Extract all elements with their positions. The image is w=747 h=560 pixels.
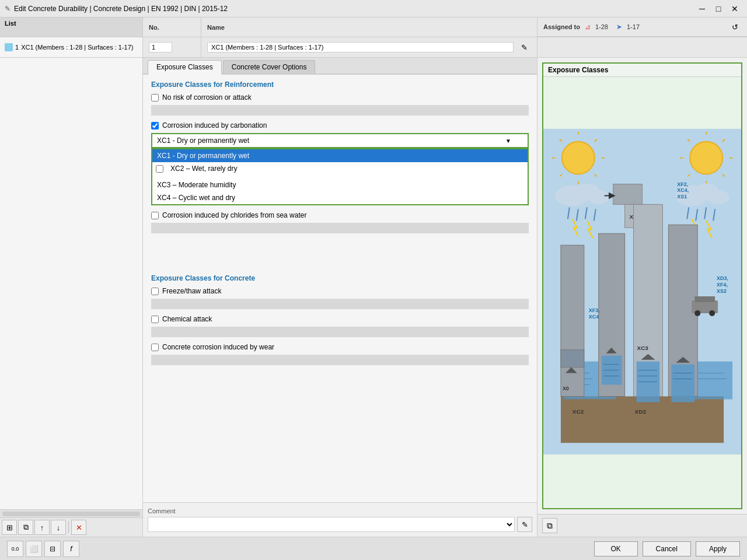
option-xc2[interactable]: XC2 – Wet, rarely dry	[166, 162, 528, 175]
box-button[interactable]: ⬜	[26, 541, 42, 557]
svg-text:XS1: XS1	[677, 194, 687, 200]
no-input[interactable]	[149, 42, 172, 52]
exposure-diagram: Exposure Classes	[542, 62, 742, 509]
diagram-title: Exposure Classes	[543, 64, 741, 77]
freeze-thaw-row: Freeze/thaw attack	[151, 287, 529, 295]
comment-section: Comment ✎	[143, 502, 537, 537]
comment-edit-button[interactable]: ✎	[517, 517, 532, 532]
svg-rect-63	[561, 350, 584, 368]
svg-point-89	[694, 310, 700, 316]
title-bar: ✎ Edit Concrete Durability | Concrete De…	[0, 0, 747, 18]
svg-point-12	[588, 191, 609, 205]
list-header: List	[0, 18, 143, 37]
right-content: Exposure Classes	[537, 58, 747, 514]
cancel-button[interactable]: Cancel	[643, 541, 691, 556]
no-risk-label: No risk of corrosion or attack	[162, 93, 252, 102]
minimize-button[interactable]: ─	[694, 1, 710, 16]
svg-text:XD2: XD2	[635, 408, 647, 415]
list-item[interactable]: 1 XC1 (Members : 1-28 | Surfaces : 1-17)	[0, 37, 143, 57]
no-risk-row: No risk of corrosion or attack	[151, 93, 529, 102]
chlorides-label: Corrosion induced by chlorides from sea …	[162, 211, 306, 219]
edit-name-button[interactable]: ✎	[517, 40, 531, 54]
svg-rect-62	[561, 245, 584, 396]
chlorides-checkbox[interactable]	[151, 212, 159, 219]
window-title: Edit Concrete Durability | Concrete Desi…	[14, 5, 694, 13]
ok-button[interactable]: OK	[594, 541, 638, 556]
svg-text:X0: X0	[563, 386, 569, 392]
option-xc1[interactable]: XC1 - Dry or permanently wet	[152, 149, 528, 162]
carbonation-label: Corrosion induced by carbonation	[162, 121, 267, 130]
spacer-1	[151, 239, 529, 274]
selected-option-text: XC1 - Dry or permanently wet	[157, 136, 249, 145]
chlorides-row: Corrosion induced by chlorides from sea …	[151, 211, 529, 219]
no-risk-checkbox[interactable]	[151, 94, 159, 102]
name-value-section: ✎	[201, 37, 537, 57]
copy-diagram-button[interactable]: ⧉	[542, 518, 557, 533]
close-button[interactable]: ✕	[727, 1, 742, 16]
svg-point-90	[709, 310, 715, 316]
comment-row: ✎	[148, 517, 532, 532]
svg-point-17	[690, 142, 722, 174]
option-xc4[interactable]: XC4 – Cyclic wet and dry	[152, 191, 528, 204]
assigned-surfaces: 1-17	[627, 23, 640, 30]
no-risk-bar	[151, 105, 529, 116]
move-down-button[interactable]: ↓	[51, 520, 66, 535]
svg-text:XC3: XC3	[637, 345, 649, 351]
apply-button[interactable]: Apply	[696, 541, 740, 556]
svg-text:XF3,: XF3,	[589, 307, 600, 313]
chemical-checkbox[interactable]	[151, 316, 159, 323]
svg-rect-54	[561, 396, 724, 443]
option-xc2-checkbox[interactable]	[156, 165, 163, 173]
no-section: No.	[143, 18, 201, 37]
delete-item-button[interactable]: ✕	[71, 520, 86, 535]
dropdown-selected[interactable]: XC1 - Dry or permanently wet ▼	[151, 133, 529, 148]
grid-button[interactable]: ⊟	[44, 541, 61, 557]
carbonation-checkbox[interactable]	[151, 122, 159, 130]
window-controls: ─ □ ✕	[694, 1, 742, 16]
wear-bar	[151, 355, 529, 365]
freeze-thaw-bar	[151, 299, 529, 309]
svg-rect-84	[671, 365, 694, 402]
coords-button[interactable]: 0.0	[7, 541, 23, 557]
middle-panel: Exposure Classes Concrete Cover Options …	[143, 58, 537, 537]
move-up-button[interactable]: ↑	[34, 520, 50, 535]
svg-point-1	[562, 142, 595, 174]
reinforcement-section-title: Exposure Classes for Reinforcement	[151, 80, 529, 89]
comment-select[interactable]	[148, 517, 515, 532]
exposure-svg: XF2, XC4, XS1 XC1	[543, 77, 741, 506]
name-input[interactable]	[207, 42, 514, 52]
app-icon: ✎	[5, 5, 11, 13]
carbonation-dropdown-container: XC1 - Dry or permanently wet ▼ XC1 - Dry…	[151, 133, 529, 205]
maximize-button[interactable]: □	[711, 1, 726, 16]
data-row: 1 XC1 (Members : 1-28 | Surfaces : 1-17)…	[0, 37, 747, 58]
name-label: Name	[207, 24, 225, 31]
assigned-label: Assigned to	[543, 23, 580, 30]
left-panel: ⊞ ⧉ ↑ ↓ ✕	[0, 58, 143, 537]
wear-checkbox[interactable]	[151, 344, 159, 351]
carbonation-row: Corrosion induced by carbonation	[151, 121, 529, 130]
freeze-thaw-label: Freeze/thaw attack	[162, 287, 221, 295]
comment-label: Comment	[148, 508, 532, 514]
copy-item-button[interactable]: ⧉	[18, 520, 33, 535]
refresh-button[interactable]: ↺	[728, 20, 741, 33]
bottom-bar: 0.0 ⬜ ⊟ f OK Cancel Apply	[0, 537, 747, 560]
tab-content: Exposure Classes for Reinforcement No ri…	[143, 75, 537, 502]
right-footer: ⧉	[537, 514, 747, 537]
freeze-thaw-checkbox[interactable]	[151, 288, 159, 295]
tab-concrete-cover[interactable]: Concrete Cover Options	[223, 60, 316, 74]
option-xc3[interactable]: XC3 – Moderate humidity	[152, 178, 528, 191]
bottom-toolbar: 0.0 ⬜ ⊟ f	[7, 541, 79, 557]
scroll-bar[interactable]	[0, 509, 142, 517]
tab-exposure-classes[interactable]: Exposure Classes	[148, 60, 222, 75]
svg-text:XC4,: XC4,	[677, 188, 689, 194]
svg-text:XD3,: XD3,	[717, 275, 728, 281]
no-label: No.	[149, 24, 159, 31]
svg-text:XS2: XS2	[717, 288, 727, 294]
tab-bar: Exposure Classes Concrete Cover Options	[143, 58, 537, 75]
no-value-section	[143, 37, 201, 57]
svg-text:XC4: XC4	[589, 314, 599, 320]
add-item-button[interactable]: ⊞	[2, 520, 17, 535]
name-section: Name	[201, 18, 537, 37]
assigned-members: 1-28	[595, 23, 608, 30]
formula-button[interactable]: f	[63, 541, 79, 557]
